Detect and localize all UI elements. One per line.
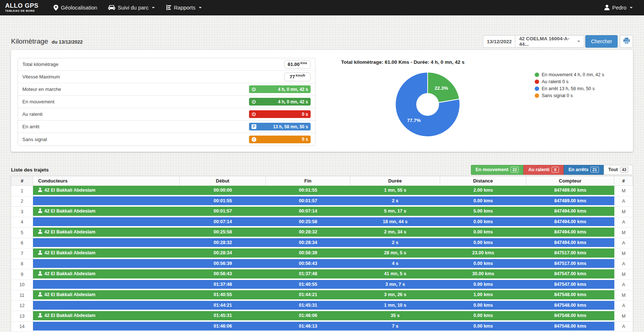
table-row[interactable]: 342 El Bakkali Abdeslam00:01:5700:07:145… bbox=[11, 207, 633, 217]
table-row[interactable]: 942 El Bakkali Abdeslam00:56:4301:37:484… bbox=[11, 269, 633, 280]
vehicle-select[interactable]: 42 COELMA 16004-A-44... bbox=[515, 35, 584, 48]
legend-item[interactable]: Sans signal 0 s bbox=[535, 92, 604, 99]
filter-button-tout[interactable]: Tout43 bbox=[604, 165, 633, 175]
svg-text:P: P bbox=[253, 125, 255, 129]
legend-dot bbox=[535, 86, 539, 91]
row-number: 6 bbox=[11, 238, 33, 249]
page-header: Kilomètrage du 13/12/2022 42 COELMA 1600… bbox=[11, 34, 633, 48]
stat-row: Vitesse Maximum77Kms/h bbox=[18, 71, 315, 83]
cell-mode: M bbox=[614, 290, 633, 301]
column-header[interactable]: Distance bbox=[440, 176, 526, 186]
cell-distance: 23.00 kms bbox=[440, 248, 526, 258]
table-row[interactable]: 1342 El Bakkali Abdeslam01:45:3101:46:06… bbox=[11, 311, 633, 322]
table-row[interactable]: 800:56:3900:56:434 s0.00 kms847517.00 km… bbox=[11, 259, 633, 270]
column-header[interactable]: Durée bbox=[350, 176, 440, 186]
driver-icon bbox=[38, 250, 42, 256]
table-row[interactable]: 200:01:5500:01:572 s0.00 kms847489.00 km… bbox=[11, 196, 633, 207]
chevron-down-icon bbox=[199, 7, 202, 8]
cell-fin: 00:56:43 bbox=[266, 259, 350, 269]
cell-debut: 01:44:21 bbox=[180, 301, 266, 311]
app-root: ALLO GPS TABLEAU DE BORD Géolocalisation… bbox=[0, 0, 644, 332]
nav-item-rapports[interactable]: Rapports bbox=[160, 0, 207, 15]
table-row[interactable]: 742 El Bakkali Abdeslam00:28:3400:56:392… bbox=[11, 248, 633, 259]
cell-compteur: 847548.00 kms bbox=[526, 301, 614, 311]
user-menu[interactable]: Pedro bbox=[599, 0, 638, 15]
cell-fin: 00:07:14 bbox=[266, 207, 350, 217]
cell-mode: M bbox=[614, 186, 633, 196]
cell-conducteur: 42 El Bakkali Abdeslam bbox=[33, 311, 180, 321]
filter-button-au-ralenti[interactable]: Au ralenti0 bbox=[523, 165, 564, 175]
table-row[interactable]: 1001:37:4801:40:553 mn, 7 s0.00 kms84754… bbox=[11, 280, 633, 291]
column-header[interactable]: Conducteurs bbox=[33, 176, 180, 186]
column-header[interactable]: # bbox=[11, 176, 33, 186]
search-button[interactable]: Chercher bbox=[585, 35, 618, 48]
status-badge: 0 s bbox=[249, 110, 311, 118]
legend-item[interactable]: Au ralenti 0 s bbox=[535, 78, 604, 85]
filter-label: Tout bbox=[608, 167, 618, 172]
cell-distance: 0.00 kms bbox=[440, 259, 526, 269]
table-row[interactable]: 600:28:3200:28:342 s0.00 kms847494.00 km… bbox=[11, 238, 633, 249]
column-header[interactable]: # bbox=[614, 176, 633, 186]
date-input[interactable] bbox=[483, 35, 515, 48]
cell-duree: 41 mn, 5 s bbox=[350, 269, 440, 279]
row-number: 1 bbox=[11, 186, 33, 196]
cell-conducteur bbox=[33, 322, 180, 332]
stat-value-box: 61.00Kms bbox=[284, 60, 311, 69]
cell-distance: 0.00 kms bbox=[440, 238, 526, 248]
stat-label: Total kilomètrage bbox=[22, 62, 58, 67]
table-row[interactable]: 1201:44:2101:45:311 mn, 10 s0.00 kms8475… bbox=[11, 301, 633, 311]
cell-duree: 18 mn, 44 s bbox=[350, 217, 440, 227]
cell-distance: 0.00 kms bbox=[440, 228, 526, 237]
cell-conducteur bbox=[33, 217, 180, 227]
cell-debut: 00:25:58 bbox=[180, 228, 266, 237]
column-header[interactable]: Début bbox=[180, 176, 266, 186]
map-pin-icon bbox=[54, 5, 58, 11]
legend-item[interactable]: En mouvement 4 h, 0 mn, 42 s bbox=[535, 71, 604, 78]
driver-name: 42 El Bakkali Abdeslam bbox=[44, 250, 95, 255]
row-number: 13 bbox=[11, 311, 33, 322]
cell-compteur: 847494.00 kms bbox=[526, 228, 614, 237]
nav-item-suivi-du-parc[interactable]: Suivi du parc bbox=[103, 0, 160, 15]
driver-name: 42 El Bakkali Abdeslam bbox=[44, 209, 95, 214]
cell-debut: 00:28:32 bbox=[180, 238, 266, 248]
user-icon bbox=[604, 5, 610, 10]
column-header[interactable]: Fin bbox=[266, 176, 350, 186]
filter-button-en-mouvement[interactable]: En mouvement22 bbox=[471, 165, 524, 175]
filter-button-en-arr-ts[interactable]: En arrêts21 bbox=[564, 165, 603, 175]
cell-debut: 00:56:43 bbox=[180, 269, 266, 279]
status-badge: 4 h, 0 mn, 42 s bbox=[249, 98, 311, 106]
table-row[interactable]: 542 El Bakkali Abdeslam00:25:5800:28:322… bbox=[11, 228, 633, 238]
badge-value: 0 s bbox=[302, 137, 308, 142]
driver-name: 42 El Bakkali Abdeslam bbox=[44, 313, 95, 318]
page-subtitle: du 13/12/2022 bbox=[52, 39, 83, 45]
brand-logo[interactable]: ALLO GPS TABLEAU DE BORD bbox=[5, 3, 39, 12]
cell-fin: 00:28:32 bbox=[266, 228, 350, 237]
table-row[interactable]: 1401:46:0601:46:137 s0.00 kms847548.00 k… bbox=[11, 322, 633, 332]
nav-item-geolocalisation[interactable]: Géolocalisation bbox=[48, 0, 103, 15]
table-row[interactable]: 400:07:1400:25:5818 mn, 44 s0.00 kms8474… bbox=[11, 217, 633, 228]
row-number: 8 bbox=[11, 259, 33, 270]
stat-value-box: 77Kms/h bbox=[284, 73, 311, 81]
row-number: 12 bbox=[11, 301, 33, 311]
legend-label: Sans signal 0 s bbox=[542, 93, 573, 98]
legend-item[interactable]: En arrêt 13 h, 58 mn, 50 s bbox=[535, 85, 604, 92]
row-number: 14 bbox=[11, 322, 33, 332]
cell-mode: A bbox=[614, 196, 633, 207]
report-icon bbox=[166, 5, 171, 10]
cell-mode: M bbox=[614, 269, 633, 280]
cell-mode: A bbox=[614, 301, 633, 311]
cell-mode: A bbox=[614, 259, 633, 270]
car-icon bbox=[108, 5, 115, 10]
table-row[interactable]: 142 El Bakkali Abdeslam00:00:0000:01:551… bbox=[11, 186, 633, 196]
cell-debut: 00:01:55 bbox=[180, 196, 266, 206]
trips-title: Liste des trajets bbox=[11, 167, 49, 173]
cell-compteur: 847517.00 kms bbox=[526, 259, 614, 269]
legend-label: En mouvement 4 h, 0 mn, 42 s bbox=[542, 72, 604, 77]
column-header[interactable]: Compteur bbox=[526, 176, 614, 186]
table-row[interactable]: 1142 El Bakkali Abdeslam01:40:5501:44:21… bbox=[11, 290, 633, 301]
print-button[interactable] bbox=[620, 35, 633, 48]
cell-duree: 5 mn, 17 s bbox=[350, 207, 440, 217]
cell-duree: 2 s bbox=[350, 238, 440, 248]
stat-row: Moteur en marche4 h, 0 mn, 42 s bbox=[18, 83, 315, 96]
cell-fin: 00:25:58 bbox=[266, 217, 350, 227]
